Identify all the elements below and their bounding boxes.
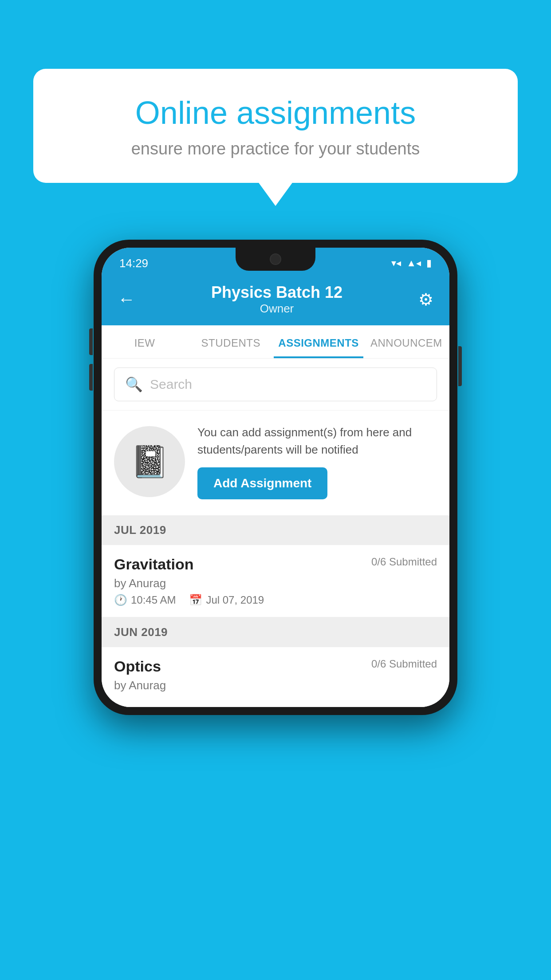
signal-icon: ▲◂ [406,257,421,269]
assignment-top: Gravitation 0/6 Submitted [114,556,437,573]
add-assignment-button[interactable]: Add Assignment [197,467,327,499]
assignment-submitted: 0/6 Submitted [371,556,437,568]
phone-screen: 14:29 ▾◂ ▲◂ ▮ ← Physics Batch 12 Owner ⚙ [102,248,449,707]
promo-content: You can add assignment(s) from here and … [197,424,437,499]
phone-notch [236,248,315,271]
promo-description: You can add assignment(s) from here and … [197,424,437,458]
promo-section: 📓 You can add assignment(s) from here an… [102,410,449,515]
bubble-title: Online assignments [64,95,487,130]
assignment-date: 📅 Jul 07, 2019 [189,594,264,606]
search-container: 🔍 Search [102,359,449,410]
tab-announcements[interactable]: ANNOUNCEM [363,325,449,358]
speech-bubble-container: Online assignments ensure more practice … [33,69,518,183]
phone-container: 14:29 ▾◂ ▲◂ ▮ ← Physics Batch 12 Owner ⚙ [94,240,457,715]
header-title-group: Physics Batch 12 Owner [211,283,342,316]
search-placeholder: Search [150,377,192,392]
optics-name: Optics [114,658,161,675]
power-button [458,346,462,386]
optics-submitted: 0/6 Submitted [371,658,437,670]
clock-icon: 🕐 [114,594,127,606]
volume-up-button [89,328,93,355]
front-camera [270,253,281,265]
speech-bubble: Online assignments ensure more practice … [33,69,518,183]
tab-assignments[interactable]: ASSIGNMENTS [274,325,363,358]
status-icons: ▾◂ ▲◂ ▮ [391,257,432,269]
tab-students[interactable]: STUDENTS [188,325,274,358]
optics-top: Optics 0/6 Submitted [114,658,437,675]
assignment-item-gravitation[interactable]: Gravitation 0/6 Submitted by Anurag 🕐 10… [102,545,449,617]
optics-by: by Anurag [114,679,437,692]
search-box[interactable]: 🔍 Search [114,368,437,401]
promo-icon-circle: 📓 [114,426,185,497]
tabs-container: IEW STUDENTS ASSIGNMENTS ANNOUNCEM [102,325,449,359]
month-header-jun: JUN 2019 [102,617,449,647]
calendar-icon: 📅 [189,594,202,606]
back-button[interactable]: ← [118,289,135,309]
tab-overview[interactable]: IEW [102,325,188,358]
volume-down-button [89,364,93,391]
assignment-time: 🕐 10:45 AM [114,594,176,606]
phone-outer: 14:29 ▾◂ ▲◂ ▮ ← Physics Batch 12 Owner ⚙ [94,240,457,715]
header-title: Physics Batch 12 [211,283,342,302]
app-header: ← Physics Batch 12 Owner ⚙ [102,275,449,325]
battery-icon: ▮ [426,257,432,269]
header-subtitle: Owner [211,302,342,316]
assignment-item-optics[interactable]: Optics 0/6 Submitted by Anurag [102,647,449,707]
status-time: 14:29 [119,257,148,270]
notebook-icon: 📓 [130,443,169,480]
bubble-subtitle: ensure more practice for your students [64,139,487,158]
assignment-meta: 🕐 10:45 AM 📅 Jul 07, 2019 [114,594,437,606]
month-header-jul: JUL 2019 [102,515,449,545]
assignment-by: by Anurag [114,577,437,590]
assignment-name: Gravitation [114,556,193,573]
wifi-icon: ▾◂ [391,257,401,269]
search-icon: 🔍 [125,376,143,393]
settings-icon[interactable]: ⚙ [418,290,433,309]
